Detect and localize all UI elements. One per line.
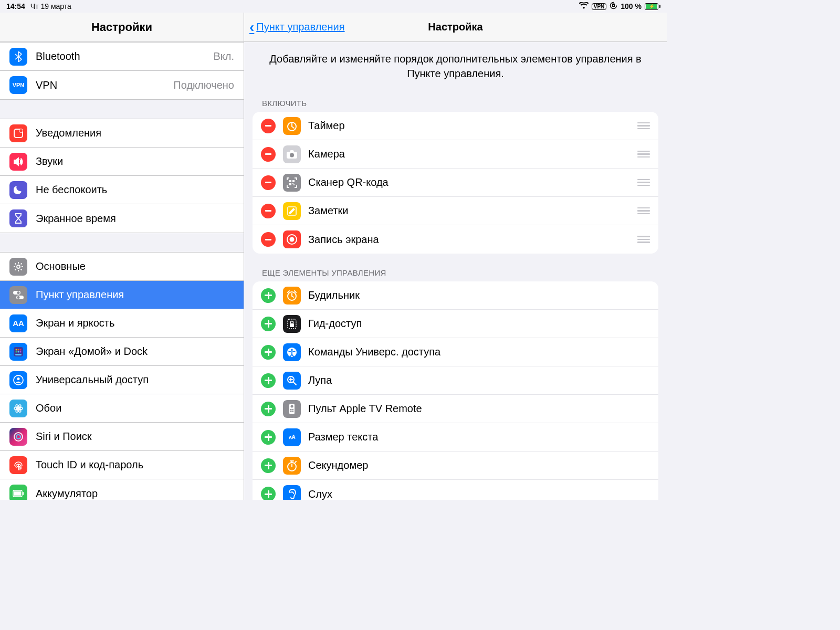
svg-point-11 [20,349,22,350]
add-button[interactable] [261,487,276,500]
sidebar-item-g3-3[interactable]: Экран «Домой» и Dock [0,338,244,366]
finger-icon [9,456,27,474]
sidebar-item-g3-4[interactable]: Универсальный доступ [0,366,244,394]
control-label: Гид-доступ [308,318,650,330]
control-row-include-4: Запись экрана [253,225,658,254]
remove-button[interactable] [261,232,276,247]
sidebar-item-label: Bluetooth [36,50,205,62]
control-row-more-5: ᴀAРазмер текста [253,423,658,452]
svg-rect-26 [14,491,21,496]
sidebar-item-label: Обои [36,402,234,414]
sidebar-item-label: Touch ID и код-пароль [36,459,234,471]
svg-point-2 [19,129,23,132]
flower-icon [9,400,27,417]
svg-rect-47 [292,409,294,411]
sidebar-item-label: VPN [36,79,165,91]
control-row-include-2: Сканер QR-кода [253,169,658,197]
add-button[interactable] [261,430,276,445]
add-button[interactable] [261,458,276,473]
control-label: Слух [308,488,650,500]
camera-icon [283,145,301,163]
add-button[interactable] [261,288,276,303]
sidebar-item-label: Экран «Домой» и Dock [36,345,234,358]
stopwatch-icon [283,457,301,475]
drag-handle[interactable] [637,121,650,131]
chevron-left-icon: ‹ [249,19,254,36]
drag-handle[interactable] [637,149,650,160]
svg-rect-33 [292,183,293,184]
control-label: Сканер QR-кода [308,176,630,188]
sidebar-item-g3-8[interactable]: Аккумулятор [0,479,244,500]
svg-rect-30 [289,180,291,182]
svg-point-42 [291,349,293,351]
svg-rect-34 [293,184,295,185]
sidebar-item-label: Звуки [36,155,234,167]
sidebar-title: Настройки [0,13,244,42]
add-button[interactable] [261,373,276,388]
control-row-include-1: Камера [253,140,658,169]
svg-rect-46 [290,409,292,411]
battery-icon: ⚡ [645,3,660,10]
sidebar-item-g1-0[interactable]: BluetoothВкл. [0,43,244,71]
toggles-icon [9,286,27,304]
svg-point-23 [16,435,20,439]
sidebar-item-g3-1[interactable]: Пункт управления [0,281,244,309]
alarm-icon [283,287,301,304]
sidebar-item-g1-1[interactable]: VPNVPNПодключено [0,71,244,99]
hourglass-icon [9,209,27,227]
siri-icon [9,428,27,446]
svg-point-12 [16,351,17,352]
rec-icon [283,230,301,248]
qr-icon [283,174,301,192]
sidebar-item-label: Пункт управления [36,289,234,301]
remove-button[interactable] [261,147,276,162]
remove-button[interactable] [261,175,276,190]
sidebar-item-g3-7[interactable]: Touch ID и код-пароль [0,451,244,479]
control-label: Будильник [308,289,650,301]
more-section-header: ЕЩЕ ЭЛЕМЕНТЫ УПРАВЛЕНИЯ [244,254,667,281]
add-button[interactable] [261,317,276,331]
drag-handle[interactable] [637,206,650,216]
add-button[interactable] [261,345,276,360]
sidebar-item-label: Аккумулятор [36,488,234,500]
detail-panel: ‹ Пункт управления Настройка Добавляйте … [244,13,667,500]
sidebar-item-g3-6[interactable]: Siri и Поиск [0,423,244,451]
access-icon [283,343,301,361]
sidebar-item-g3-5[interactable]: Обои [0,394,244,423]
svg-rect-48 [290,411,292,412]
svg-point-7 [17,296,20,299]
settings-sidebar: Настройки BluetoothВкл.VPNVPNПодключено … [0,13,244,500]
control-label: Размер текста [308,431,650,443]
control-row-more-6: Секундомер [253,452,658,480]
sidebar-item-g2-1[interactable]: Звуки [0,148,244,176]
back-button[interactable]: ‹ Пункт управления [244,19,345,36]
svg-point-5 [17,291,20,294]
vpn-badge: VPN [592,3,607,10]
svg-point-9 [16,349,17,350]
remove-button[interactable] [261,119,276,133]
add-button[interactable] [261,402,276,416]
control-row-more-0: Будильник [253,281,658,310]
drag-handle[interactable] [637,177,650,188]
svg-rect-32 [289,183,291,185]
drag-handle[interactable] [637,234,650,245]
bell-icon [9,124,27,142]
remove-button[interactable] [261,204,276,218]
sidebar-item-g2-2[interactable]: Не беспокоить [0,176,244,204]
control-row-more-4: Пульт Apple TV Remote [253,395,658,423]
control-label: Заметки [308,205,630,217]
sidebar-item-g2-0[interactable]: Уведомления [0,119,244,148]
control-row-more-7: Слух [253,480,658,500]
sidebar-item-g3-2[interactable]: AAЭкран и яркость [0,309,244,338]
status-bar: 14:54 Чт 19 марта VPN 100 % ⚡ [0,0,667,13]
sidebar-item-g2-3[interactable]: Экранное время [0,204,244,233]
svg-point-10 [18,349,19,350]
sidebar-item-label: Не беспокоить [36,184,234,196]
person-icon [9,371,27,389]
svg-point-29 [290,153,294,157]
remote-icon [283,400,301,418]
control-row-more-3: Лупа [253,366,658,395]
control-label: Камера [308,148,630,160]
sidebar-item-g3-0[interactable]: Основные [0,253,244,281]
svg-rect-25 [23,492,24,495]
